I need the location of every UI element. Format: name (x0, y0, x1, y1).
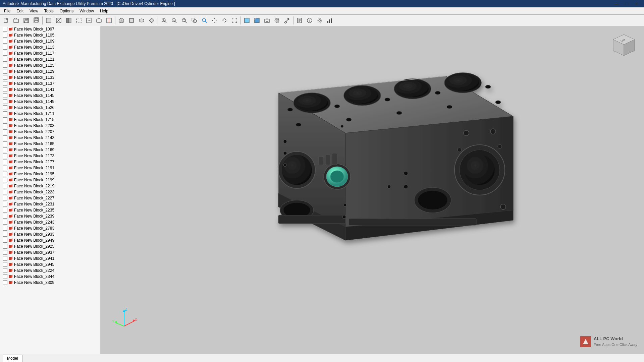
tree-checkbox[interactable] (3, 117, 7, 122)
tree-checkbox[interactable] (3, 99, 7, 104)
tree-checkbox[interactable] (3, 154, 7, 158)
menu-options[interactable]: Options (57, 8, 76, 14)
tree-item[interactable]: Face New Block_1129 (0, 68, 100, 74)
report-button[interactable] (295, 16, 304, 25)
side-view-button[interactable] (147, 16, 156, 25)
tree-item[interactable]: Face New Block_1137 (0, 80, 100, 86)
tree-item[interactable]: Face New Block_2173 (0, 153, 100, 159)
tree-checkbox[interactable] (3, 69, 7, 74)
tree-item[interactable]: Face New Block_1133 (0, 74, 100, 80)
transparent-button[interactable] (74, 16, 84, 25)
tree-checkbox[interactable] (3, 262, 7, 267)
tree-checkbox[interactable] (3, 57, 7, 62)
save-all-button[interactable] (32, 16, 41, 25)
tree-checkbox[interactable] (3, 274, 7, 279)
tree-item[interactable]: Face New Block_1125 (0, 62, 100, 68)
fit-button[interactable] (230, 16, 239, 25)
tree-checkbox[interactable] (3, 196, 7, 200)
tree-checkbox[interactable] (3, 184, 7, 188)
pan-button[interactable] (210, 16, 219, 25)
tree-item[interactable]: Face New Block_2223 (0, 189, 100, 195)
tree-checkbox[interactable] (3, 268, 7, 273)
tree-item[interactable]: Face New Block_2239 (0, 213, 100, 219)
minimize-button[interactable]: — (612, 0, 621, 8)
tree-checkbox[interactable] (3, 208, 7, 213)
tree-checkbox[interactable] (3, 123, 7, 128)
tree-item[interactable]: Face New Block_2231 (0, 201, 100, 207)
tree-checkbox[interactable] (3, 238, 7, 243)
tree-checkbox[interactable] (3, 256, 7, 261)
tree-item[interactable]: Face New Block_1097 (0, 26, 100, 32)
tree-item[interactable]: Face New Block_1526 (0, 105, 100, 111)
tree-checkbox[interactable] (3, 111, 7, 116)
box-view-button[interactable] (44, 16, 53, 25)
tree-checkbox[interactable] (3, 190, 7, 194)
tree-item[interactable]: Face New Block_2207 (0, 129, 100, 135)
shaded-button[interactable] (64, 16, 73, 25)
tree-checkbox[interactable] (3, 93, 7, 98)
tree-checkbox[interactable] (3, 75, 7, 80)
tree-item[interactable]: Face New Block_2925 (0, 243, 100, 249)
chart-button[interactable] (325, 16, 334, 25)
tree-item[interactable]: Face New Block_1711 (0, 111, 100, 117)
menu-window[interactable]: Window (77, 8, 97, 14)
tree-checkbox[interactable] (3, 27, 7, 32)
tree-checkbox[interactable] (3, 51, 7, 56)
tree-checkbox[interactable] (3, 232, 7, 237)
tree-checkbox[interactable] (3, 135, 7, 140)
tree-checkbox[interactable] (3, 45, 7, 50)
tree-item[interactable]: Face New Block_1109 (0, 38, 100, 44)
wrench-button[interactable] (282, 16, 292, 25)
tree-item[interactable]: Face New Block_2219 (0, 183, 100, 189)
open-button[interactable] (11, 16, 21, 25)
tree-item[interactable]: Face New Block_2143 (0, 135, 100, 141)
tree-item[interactable]: Face New Block_2203 (0, 123, 100, 129)
tree-item[interactable]: Face New Block_1117 (0, 50, 100, 56)
new-button[interactable] (1, 16, 11, 25)
menu-file[interactable]: File (1, 8, 13, 14)
tree-item[interactable]: Face New Block_3224 (0, 267, 100, 274)
gear-button[interactable] (315, 16, 324, 25)
tree-item[interactable]: Face New Block_2945 (0, 261, 100, 267)
tree-item[interactable]: Face New Block_2243 (0, 219, 100, 225)
tree-item[interactable]: Face New Block_1715 (0, 117, 100, 123)
tree-item[interactable]: Face New Block_3309 (0, 280, 100, 286)
tree-item[interactable]: Face New Block_1141 (0, 86, 100, 93)
front-view-button[interactable] (127, 16, 136, 25)
tree-item[interactable]: Face New Block_2949 (0, 237, 100, 243)
maximize-button[interactable]: □ (622, 0, 631, 8)
menu-view[interactable]: View (27, 8, 41, 14)
tree-checkbox[interactable] (3, 160, 7, 164)
tree-checkbox[interactable] (3, 63, 7, 68)
perspective-button[interactable] (94, 16, 104, 25)
tree-item[interactable]: Face New Block_1121 (0, 56, 100, 62)
tree-checkbox[interactable] (3, 244, 7, 249)
tree-checkbox[interactable] (3, 39, 7, 44)
tree-checkbox[interactable] (3, 226, 7, 231)
zoom-out-button[interactable] (169, 16, 179, 25)
tree-checkbox[interactable] (3, 33, 7, 38)
tree-checkbox[interactable] (3, 214, 7, 219)
tree-item[interactable]: Face New Block_2933 (0, 231, 100, 237)
tree-checkbox[interactable] (3, 166, 7, 170)
isometric-button[interactable] (117, 16, 126, 25)
menu-help[interactable]: Help (97, 8, 111, 14)
tree-checkbox[interactable] (3, 220, 7, 225)
tree-checkbox[interactable] (3, 147, 7, 152)
tree-item[interactable]: Face New Block_2941 (0, 255, 100, 261)
tree-item[interactable]: Face New Block_2195 (0, 171, 100, 177)
tree-item[interactable]: Face New Block_1145 (0, 93, 100, 99)
tree-item[interactable]: Face New Block_1105 (0, 32, 100, 38)
tree-item[interactable]: Face New Block_1113 (0, 44, 100, 50)
tree-checkbox[interactable] (3, 81, 7, 86)
rotate-button[interactable] (220, 16, 229, 25)
zoom-in-button[interactable] (159, 16, 169, 25)
tree-checkbox[interactable] (3, 202, 7, 206)
wireframe-button[interactable] (54, 16, 63, 25)
tree-checkbox[interactable] (3, 129, 7, 134)
menu-tools[interactable]: Tools (42, 8, 56, 14)
solid-button[interactable] (252, 16, 262, 25)
tree-view[interactable]: Face New Block_1097Face New Block_1105Fa… (0, 26, 100, 354)
close-button[interactable]: ✕ (632, 0, 641, 8)
tree-item[interactable]: Face New Block_2177 (0, 159, 100, 165)
